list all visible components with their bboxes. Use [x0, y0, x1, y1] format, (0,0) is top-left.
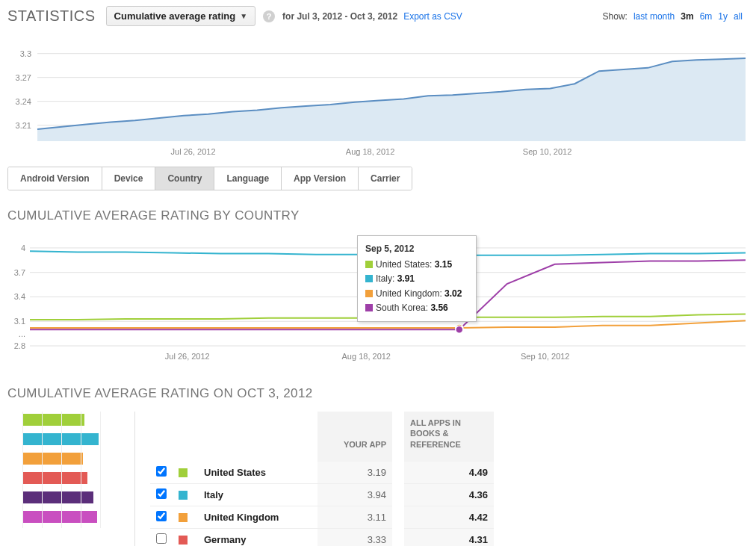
export-csv-link[interactable]: Export as CSV: [403, 11, 462, 22]
metric-dropdown[interactable]: Cumulative average rating ▼: [106, 6, 255, 26]
country-table: YOUR APP ALL APPS IN BOOKS & REFERENCE U…: [150, 412, 494, 546]
table-row: Italy3.944.36: [150, 483, 494, 506]
overall-rating-chart[interactable]: 3.213.243.273.3 Jul 26, 2012Aug 18, 2012…: [7, 40, 749, 159]
your-app-value: 3.11: [317, 506, 392, 528]
svg-text:3.3: 3.3: [20, 49, 31, 58]
hbar-row: [22, 509, 120, 525]
svg-text:Sep 10, 2012: Sep 10, 2012: [523, 147, 571, 156]
all-apps-value: 4.49: [404, 462, 494, 484]
country-name: Germany: [198, 528, 317, 546]
legend-swatch: [179, 513, 188, 522]
range-option-3m[interactable]: 3m: [681, 11, 693, 22]
legend-swatch: [179, 491, 188, 500]
col-your-app: YOUR APP: [317, 412, 392, 462]
range-option-6m[interactable]: 6m: [700, 11, 713, 22]
tooltip-row: United Kingdom: 3.02: [365, 287, 468, 301]
tooltip-row: United States: 3.15: [365, 258, 468, 272]
country-rating-chart[interactable]: 2.83.13.43.74... Jul 26, 2012Aug 18, 201…: [7, 234, 749, 368]
svg-text:3.24: 3.24: [16, 97, 31, 106]
help-icon[interactable]: ?: [263, 10, 275, 22]
tab-language[interactable]: Language: [214, 167, 282, 190]
all-apps-value: 4.42: [404, 506, 494, 528]
svg-text:Jul 26, 2012: Jul 26, 2012: [171, 147, 216, 156]
svg-text:3.4: 3.4: [14, 292, 25, 301]
country-checkbox[interactable]: [156, 533, 167, 544]
hbar-row: [22, 470, 120, 486]
range-option-all[interactable]: all: [734, 11, 743, 22]
table-row: United Kingdom3.114.42: [150, 506, 494, 528]
svg-text:Jul 26, 2012: Jul 26, 2012: [165, 352, 210, 361]
legend-swatch: [179, 536, 188, 545]
date-range: for Jul 3, 2012 - Oct 3, 2012: [282, 11, 397, 22]
hbar-row: [22, 450, 120, 467]
show-label: Show:: [603, 11, 628, 22]
your-app-value: 3.33: [317, 528, 392, 546]
tab-country[interactable]: Country: [155, 167, 214, 190]
country-name: United Kingdom: [198, 506, 317, 528]
chevron-down-icon: ▼: [240, 12, 247, 20]
table-row: United States3.194.49: [150, 462, 494, 484]
legend-swatch: [179, 468, 188, 477]
tab-app-version[interactable]: App Version: [282, 167, 359, 190]
page-title: STATISTICS: [7, 7, 96, 25]
svg-text:3.1: 3.1: [14, 317, 25, 326]
country-name: Italy: [198, 483, 317, 506]
svg-text:3.7: 3.7: [14, 268, 25, 277]
svg-text:Aug 18, 2012: Aug 18, 2012: [346, 147, 394, 156]
time-range-group: Show: last month3m6m1yall: [603, 11, 749, 22]
country-hbar-chart[interactable]: [7, 412, 120, 528]
range-option-1y[interactable]: 1y: [718, 11, 728, 22]
tooltip-row: South Korea: 3.56: [365, 301, 468, 315]
svg-text:Sep 10, 2012: Sep 10, 2012: [521, 352, 569, 361]
col-all-apps: ALL APPS IN BOOKS & REFERENCE: [404, 412, 494, 462]
section-title-by-country: CUMULATIVE AVERAGE RATING BY COUNTRY: [7, 208, 749, 223]
table-row: Germany3.334.31: [150, 528, 494, 546]
your-app-value: 3.19: [317, 462, 392, 484]
country-checkbox[interactable]: [156, 511, 167, 521]
hbar-row: [22, 489, 120, 506]
country-checkbox[interactable]: [156, 466, 167, 477]
tab-android-version[interactable]: Android Version: [8, 167, 102, 190]
svg-text:Aug 18, 2012: Aug 18, 2012: [342, 352, 391, 361]
your-app-value: 3.94: [317, 483, 392, 506]
all-apps-value: 4.36: [404, 483, 494, 506]
country-checkbox[interactable]: [156, 488, 167, 499]
country-name: United States: [198, 462, 317, 484]
chart-tooltip: Sep 5, 2012 United States: 3.15Italy: 3.…: [357, 235, 477, 322]
svg-text:...: ...: [19, 329, 25, 338]
header-bar: STATISTICS Cumulative average rating ▼ ?…: [7, 6, 749, 26]
all-apps-value: 4.31: [404, 528, 494, 546]
section-title-on-date: CUMULATIVE AVERAGE RATING ON OCT 3, 2012: [7, 386, 749, 401]
hbar-row: [22, 431, 120, 447]
range-option-last-month[interactable]: last month: [633, 11, 675, 22]
tab-device[interactable]: Device: [102, 167, 156, 190]
hbar-row: [22, 412, 120, 428]
svg-text:3.27: 3.27: [16, 73, 31, 82]
metric-dropdown-label: Cumulative average rating: [114, 10, 236, 22]
svg-point-28: [456, 326, 463, 333]
dimension-tabs: Android VersionDeviceCountryLanguageApp …: [7, 167, 412, 190]
tooltip-row: Italy: 3.91: [365, 272, 468, 286]
tooltip-date: Sep 5, 2012: [365, 242, 468, 256]
svg-text:4: 4: [21, 243, 25, 252]
svg-text:3.21: 3.21: [16, 121, 31, 130]
svg-text:2.8: 2.8: [14, 341, 25, 350]
tab-carrier[interactable]: Carrier: [359, 167, 412, 190]
